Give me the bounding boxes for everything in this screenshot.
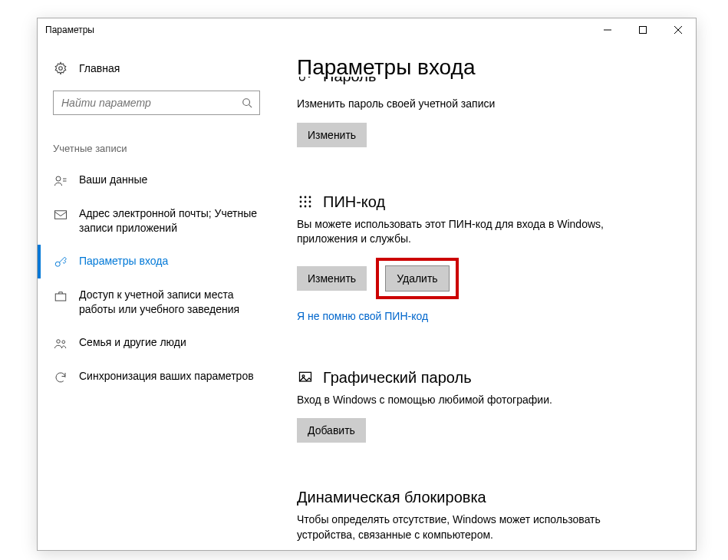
maximize-button[interactable] [625, 18, 660, 41]
titlebar: Параметры [38, 18, 696, 41]
pin-forgot-link[interactable]: Я не помню свой ПИН-код [297, 310, 428, 322]
sidebar-item-your-info[interactable]: Ваши данные [38, 163, 275, 197]
keypad-icon [297, 193, 314, 210]
home-label: Главная [79, 62, 120, 74]
sidebar-item-label: Адрес электронной почты; Учетные записи … [79, 206, 260, 236]
svg-point-17 [305, 196, 307, 199]
sidebar-item-label: Доступ к учетной записи места работы или… [79, 288, 260, 317]
password-desc: Изменить пароль своей учетной записи [297, 97, 650, 112]
svg-point-4 [59, 67, 63, 71]
window-title: Параметры [45, 25, 94, 35]
home-nav[interactable]: Главная [38, 55, 275, 81]
svg-line-6 [249, 105, 252, 108]
svg-point-23 [305, 206, 307, 208]
pin-desc: Вы можете использовать этот ПИН-код для … [297, 217, 650, 247]
minimize-button[interactable] [590, 18, 625, 41]
sidebar-item-work-access[interactable]: Доступ к учетной записи места работы или… [38, 278, 275, 326]
sidebar-item-sync[interactable]: Синхронизация ваших параметров [38, 360, 275, 394]
dynamic-lock-desc: Чтобы определять отсутствие, Windows мож… [297, 512, 650, 542]
svg-rect-10 [55, 211, 67, 219]
sidebar-item-email[interactable]: Адрес электронной почты; Учетные записи … [38, 197, 275, 245]
sidebar-item-label: Ваши данные [79, 173, 260, 187]
svg-point-24 [309, 206, 311, 208]
svg-point-15 [300, 77, 305, 81]
image-icon [297, 369, 314, 386]
close-button[interactable] [660, 18, 696, 41]
svg-point-14 [62, 340, 65, 343]
svg-point-19 [300, 201, 302, 203]
password-change-button[interactable]: Изменить [297, 123, 367, 147]
sidebar-item-label: Синхронизация ваших параметров [79, 369, 260, 384]
svg-point-20 [305, 201, 307, 203]
nav-group-label: Учетные записи [38, 121, 275, 163]
dynamic-lock-heading: Динамическая блокировка [297, 489, 673, 506]
picture-password-add-button[interactable]: Добавить [297, 418, 366, 443]
svg-point-18 [309, 196, 311, 199]
svg-point-7 [56, 176, 61, 181]
search-icon [241, 97, 253, 109]
sidebar-item-label: Параметры входа [79, 254, 260, 268]
highlight-annotation: Удалить [376, 258, 458, 299]
person-icon [53, 174, 68, 188]
sidebar-item-family[interactable]: Семья и другие люди [38, 326, 275, 360]
picture-password-heading: Графический пароль [297, 369, 673, 387]
svg-point-16 [300, 196, 302, 199]
sidebar-item-signin-options[interactable]: Параметры входа [38, 245, 275, 278]
svg-point-13 [57, 339, 61, 343]
pin-remove-button[interactable]: Удалить [385, 265, 449, 292]
password-heading: Пароль [297, 77, 673, 91]
svg-point-11 [55, 262, 60, 266]
sidebar-item-label: Семья и другие люди [79, 335, 260, 350]
picture-password-desc: Вход в Windows с помощью любимой фотогра… [297, 393, 650, 408]
search-box[interactable] [53, 91, 260, 115]
svg-point-21 [309, 201, 311, 203]
mail-icon [53, 208, 68, 222]
sync-icon [53, 371, 68, 384]
settings-window: Параметры Главная [37, 18, 697, 551]
pin-heading: ПИН-код [297, 193, 673, 211]
people-icon [53, 337, 68, 351]
briefcase-icon [53, 289, 68, 303]
key-icon [53, 255, 68, 269]
gear-icon [53, 61, 68, 75]
svg-point-5 [243, 99, 250, 106]
key-icon [297, 77, 314, 84]
svg-rect-1 [640, 27, 647, 34]
sidebar: Главная Учетные записи [38, 41, 275, 550]
svg-point-22 [300, 206, 302, 208]
svg-rect-12 [55, 294, 66, 301]
main-content: Параметры входа Пароль Изменить пароль с… [275, 41, 696, 550]
search-input[interactable] [60, 96, 241, 110]
pin-change-button[interactable]: Изменить [297, 266, 367, 291]
